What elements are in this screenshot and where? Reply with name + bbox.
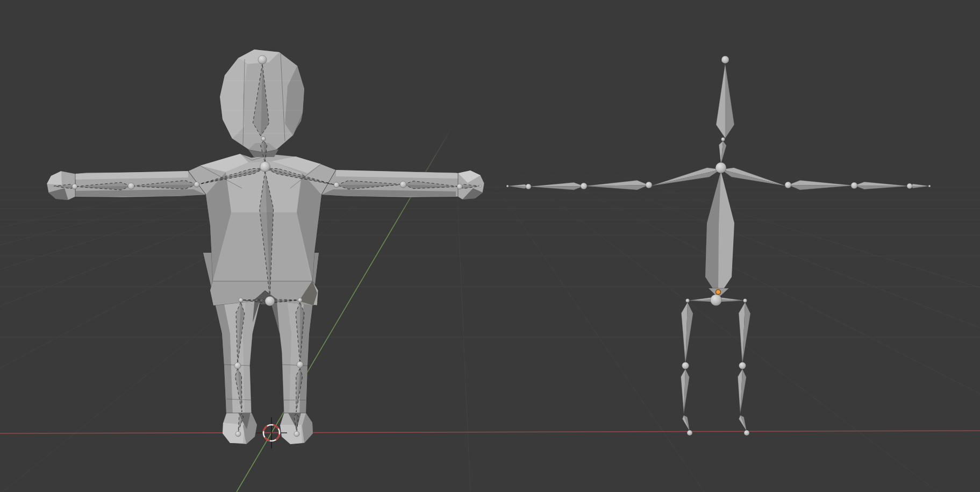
viewport-background	[0, 0, 980, 492]
joint-sphere	[785, 182, 791, 188]
joint-sphere	[298, 298, 302, 302]
joint-sphere	[721, 138, 725, 141]
joint-sphere	[457, 184, 462, 189]
joint-sphere	[265, 296, 275, 306]
joint-sphere	[687, 430, 692, 436]
joint-sphere	[479, 185, 481, 187]
joint-sphere	[581, 183, 587, 189]
joint-sphere	[526, 184, 531, 189]
joint-sphere	[851, 182, 857, 189]
joint-sphere	[260, 162, 270, 172]
joint-sphere	[721, 56, 729, 63]
joint-sphere	[294, 431, 299, 437]
joint-sphere	[743, 299, 747, 303]
joint-sphere	[716, 162, 726, 173]
joint-sphere	[739, 362, 746, 369]
joint-sphere	[297, 361, 303, 368]
joint-sphere	[682, 362, 689, 369]
joint-sphere	[239, 298, 243, 302]
joint-sphere	[261, 137, 266, 141]
joint-sphere	[334, 182, 339, 188]
blender-3d-viewport[interactable]	[0, 0, 980, 492]
joint-sphere	[194, 182, 199, 187]
object-origin-dot	[716, 290, 721, 295]
joint-sphere	[686, 299, 690, 303]
joint-sphere	[711, 295, 722, 306]
joint-sphere	[907, 183, 912, 189]
joint-sphere	[928, 185, 931, 187]
joint-sphere	[400, 181, 406, 188]
joint-sphere	[235, 431, 241, 437]
joint-sphere	[744, 430, 749, 436]
joint-sphere	[234, 362, 241, 369]
joint-sphere	[646, 182, 652, 188]
joint-sphere	[128, 183, 134, 189]
joint-sphere	[506, 185, 509, 187]
joint-sphere	[72, 184, 77, 189]
joint-sphere	[258, 55, 267, 64]
